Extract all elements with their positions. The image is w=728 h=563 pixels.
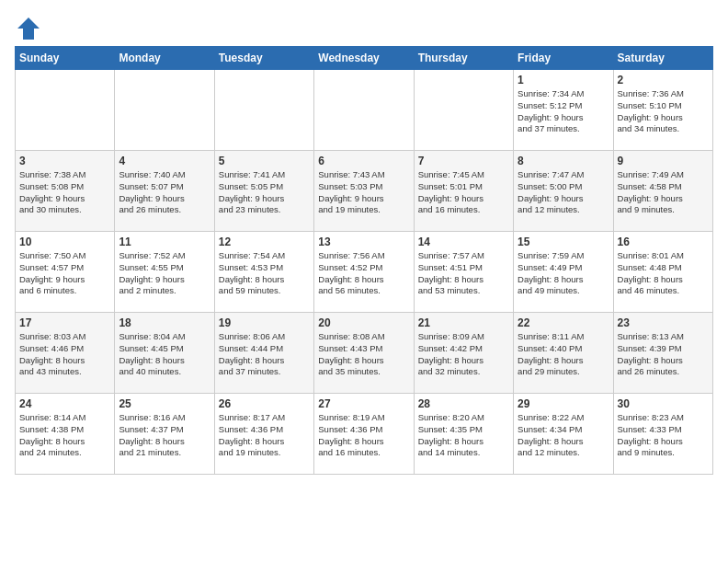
week-row-4: 17Sunrise: 8:03 AM Sunset: 4:46 PM Dayli… xyxy=(16,313,713,394)
day-cell: 12Sunrise: 7:54 AM Sunset: 4:53 PM Dayli… xyxy=(214,232,313,313)
day-cell: 23Sunrise: 8:13 AM Sunset: 4:39 PM Dayli… xyxy=(613,313,712,394)
day-cell: 15Sunrise: 7:59 AM Sunset: 4:49 PM Dayli… xyxy=(514,232,613,313)
day-number: 28 xyxy=(418,397,509,410)
day-cell xyxy=(314,70,414,151)
page-header xyxy=(15,15,713,42)
day-cell: 16Sunrise: 8:01 AM Sunset: 4:48 PM Dayli… xyxy=(613,232,712,313)
logo-icon xyxy=(15,15,42,42)
day-number: 30 xyxy=(618,397,709,410)
day-cell: 21Sunrise: 8:09 AM Sunset: 4:42 PM Dayli… xyxy=(414,313,513,394)
day-cell: 11Sunrise: 7:52 AM Sunset: 4:55 PM Dayli… xyxy=(115,232,214,313)
day-cell: 22Sunrise: 8:11 AM Sunset: 4:40 PM Dayli… xyxy=(514,313,613,394)
header-sunday: Sunday xyxy=(16,47,115,70)
day-info: Sunrise: 8:17 AM Sunset: 4:36 PM Dayligh… xyxy=(219,412,310,459)
day-number: 15 xyxy=(518,236,609,248)
day-cell: 4Sunrise: 7:40 AM Sunset: 5:07 PM Daylig… xyxy=(115,151,214,232)
day-info: Sunrise: 8:13 AM Sunset: 4:39 PM Dayligh… xyxy=(618,331,709,378)
day-number: 23 xyxy=(618,316,709,329)
day-number: 6 xyxy=(318,155,409,167)
day-number: 27 xyxy=(318,397,409,410)
header-thursday: Thursday xyxy=(414,47,513,70)
day-cell xyxy=(414,70,513,151)
day-number: 8 xyxy=(518,155,609,167)
header-saturday: Saturday xyxy=(613,47,712,70)
day-number: 2 xyxy=(618,74,709,86)
day-cell xyxy=(16,70,115,151)
day-cell: 7Sunrise: 7:45 AM Sunset: 5:01 PM Daylig… xyxy=(414,151,513,232)
day-cell: 26Sunrise: 8:17 AM Sunset: 4:36 PM Dayli… xyxy=(214,394,313,475)
day-number: 18 xyxy=(119,316,210,329)
day-number: 4 xyxy=(119,155,210,167)
day-info: Sunrise: 7:38 AM Sunset: 5:08 PM Dayligh… xyxy=(19,169,110,216)
day-number: 17 xyxy=(19,316,110,329)
day-number: 13 xyxy=(318,236,409,248)
day-info: Sunrise: 8:06 AM Sunset: 4:44 PM Dayligh… xyxy=(219,331,310,378)
day-info: Sunrise: 8:22 AM Sunset: 4:34 PM Dayligh… xyxy=(518,412,609,459)
day-cell: 3Sunrise: 7:38 AM Sunset: 5:08 PM Daylig… xyxy=(16,151,115,232)
day-info: Sunrise: 7:47 AM Sunset: 5:00 PM Dayligh… xyxy=(518,169,609,216)
day-cell: 6Sunrise: 7:43 AM Sunset: 5:03 PM Daylig… xyxy=(314,151,414,232)
day-info: Sunrise: 8:14 AM Sunset: 4:38 PM Dayligh… xyxy=(19,412,110,459)
day-info: Sunrise: 8:08 AM Sunset: 4:43 PM Dayligh… xyxy=(318,331,409,378)
day-info: Sunrise: 7:36 AM Sunset: 5:10 PM Dayligh… xyxy=(618,88,709,135)
header-friday: Friday xyxy=(514,47,613,70)
day-info: Sunrise: 8:16 AM Sunset: 4:37 PM Dayligh… xyxy=(119,412,210,459)
week-row-3: 10Sunrise: 7:50 AM Sunset: 4:57 PM Dayli… xyxy=(16,232,713,313)
day-number: 1 xyxy=(518,74,609,86)
week-row-2: 3Sunrise: 7:38 AM Sunset: 5:08 PM Daylig… xyxy=(16,151,713,232)
day-number: 10 xyxy=(19,236,110,248)
day-info: Sunrise: 8:03 AM Sunset: 4:46 PM Dayligh… xyxy=(19,331,110,378)
day-info: Sunrise: 8:11 AM Sunset: 4:40 PM Dayligh… xyxy=(518,331,609,378)
day-number: 20 xyxy=(318,316,409,329)
week-row-1: 1Sunrise: 7:34 AM Sunset: 5:12 PM Daylig… xyxy=(16,70,713,151)
day-info: Sunrise: 7:41 AM Sunset: 5:05 PM Dayligh… xyxy=(219,169,310,216)
day-cell: 10Sunrise: 7:50 AM Sunset: 4:57 PM Dayli… xyxy=(16,232,115,313)
day-cell: 13Sunrise: 7:56 AM Sunset: 4:52 PM Dayli… xyxy=(314,232,414,313)
day-info: Sunrise: 7:59 AM Sunset: 4:49 PM Dayligh… xyxy=(518,250,609,297)
day-number: 29 xyxy=(518,397,609,410)
day-cell: 2Sunrise: 7:36 AM Sunset: 5:10 PM Daylig… xyxy=(613,70,712,151)
day-number: 21 xyxy=(418,316,509,329)
day-cell: 14Sunrise: 7:57 AM Sunset: 4:51 PM Dayli… xyxy=(414,232,513,313)
day-cell: 24Sunrise: 8:14 AM Sunset: 4:38 PM Dayli… xyxy=(16,394,115,475)
day-number: 3 xyxy=(19,155,110,167)
day-cell: 20Sunrise: 8:08 AM Sunset: 4:43 PM Dayli… xyxy=(314,313,414,394)
day-info: Sunrise: 8:19 AM Sunset: 4:36 PM Dayligh… xyxy=(318,412,409,459)
day-cell: 29Sunrise: 8:22 AM Sunset: 4:34 PM Dayli… xyxy=(514,394,613,475)
day-cell: 1Sunrise: 7:34 AM Sunset: 5:12 PM Daylig… xyxy=(514,70,613,151)
day-cell: 9Sunrise: 7:49 AM Sunset: 4:58 PM Daylig… xyxy=(613,151,712,232)
day-info: Sunrise: 7:40 AM Sunset: 5:07 PM Dayligh… xyxy=(119,169,210,216)
day-number: 5 xyxy=(219,155,310,167)
day-info: Sunrise: 8:20 AM Sunset: 4:35 PM Dayligh… xyxy=(418,412,509,459)
day-info: Sunrise: 7:50 AM Sunset: 4:57 PM Dayligh… xyxy=(19,250,110,297)
day-info: Sunrise: 7:34 AM Sunset: 5:12 PM Dayligh… xyxy=(518,88,609,135)
day-cell xyxy=(115,70,214,151)
day-number: 12 xyxy=(219,236,310,248)
day-number: 22 xyxy=(518,316,609,329)
day-info: Sunrise: 7:57 AM Sunset: 4:51 PM Dayligh… xyxy=(418,250,509,297)
calendar-header-row: SundayMondayTuesdayWednesdayThursdayFrid… xyxy=(16,47,713,70)
day-cell: 28Sunrise: 8:20 AM Sunset: 4:35 PM Dayli… xyxy=(414,394,513,475)
day-number: 9 xyxy=(618,155,709,167)
day-cell: 18Sunrise: 8:04 AM Sunset: 4:45 PM Dayli… xyxy=(115,313,214,394)
header-tuesday: Tuesday xyxy=(214,47,313,70)
day-number: 24 xyxy=(19,397,110,410)
week-row-5: 24Sunrise: 8:14 AM Sunset: 4:38 PM Dayli… xyxy=(16,394,713,475)
day-number: 11 xyxy=(119,236,210,248)
day-info: Sunrise: 8:09 AM Sunset: 4:42 PM Dayligh… xyxy=(418,331,509,378)
day-number: 16 xyxy=(618,236,709,248)
day-info: Sunrise: 8:23 AM Sunset: 4:33 PM Dayligh… xyxy=(618,412,709,459)
logo xyxy=(15,15,46,42)
header-monday: Monday xyxy=(115,47,214,70)
day-cell: 27Sunrise: 8:19 AM Sunset: 4:36 PM Dayli… xyxy=(314,394,414,475)
day-number: 14 xyxy=(418,236,509,248)
day-info: Sunrise: 8:01 AM Sunset: 4:48 PM Dayligh… xyxy=(618,250,709,297)
svg-marker-0 xyxy=(17,17,40,40)
day-info: Sunrise: 7:54 AM Sunset: 4:53 PM Dayligh… xyxy=(219,250,310,297)
day-number: 7 xyxy=(418,155,509,167)
day-cell xyxy=(214,70,313,151)
day-info: Sunrise: 7:43 AM Sunset: 5:03 PM Dayligh… xyxy=(318,169,409,216)
header-wednesday: Wednesday xyxy=(314,47,414,70)
calendar-table: SundayMondayTuesdayWednesdayThursdayFrid… xyxy=(15,46,713,475)
day-cell: 5Sunrise: 7:41 AM Sunset: 5:05 PM Daylig… xyxy=(214,151,313,232)
